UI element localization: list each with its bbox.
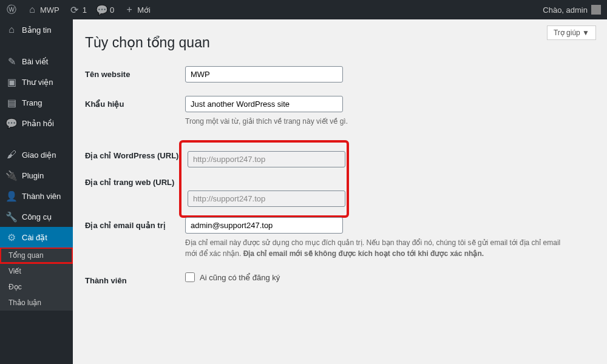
label-tagline: Khẩu hiệu xyxy=(85,96,185,109)
sidebar-item-label: Bảng tin xyxy=(22,25,51,35)
greeting-text: Chào, admin xyxy=(543,5,588,15)
membership-checkbox-row[interactable]: Ai cũng có thể đăng ký xyxy=(185,272,595,282)
sidebar-item-label: Công cụ xyxy=(22,212,52,221)
sidebar-item-appearance[interactable]: 🖌Giao diện xyxy=(0,144,73,165)
gear-icon: ⚙ xyxy=(6,232,17,243)
row-tagline: Khẩu hiệu Trong một vài từ, giải thích v… xyxy=(85,96,595,127)
sidebar-item-users[interactable]: 👤Thành viên xyxy=(0,186,73,206)
pin-icon: ✎ xyxy=(6,56,17,67)
label-membership: Thành viên xyxy=(85,272,185,285)
updates-icon: ⟳ xyxy=(69,4,80,15)
admin-email-desc: Địa chỉ email này được sử dụng cho mục đ… xyxy=(185,237,574,259)
admin-topbar: ⓦ ⌂ MWP ⟳ 1 💬 0 + Mới Chào, admin xyxy=(0,0,607,19)
membership-checkbox-label: Ai cũng có thể đăng ký xyxy=(200,273,280,282)
sidebar-item-media[interactable]: ▣Thư viện xyxy=(0,72,73,92)
admin-sidebar: ⌂Bảng tin ✎Bài viết ▣Thư viện ▤Trang 💬Ph… xyxy=(0,19,73,364)
label-site-url: Địa chỉ trang web (URL) xyxy=(85,174,185,187)
sidebar-item-label: Thư viện xyxy=(22,78,53,87)
sidebar-sub-general[interactable]: Tổng quan xyxy=(0,248,73,263)
comment-icon: 💬 xyxy=(97,4,107,15)
sidebar-sub-label: Thảo luận xyxy=(8,298,41,307)
user-icon: 👤 xyxy=(6,190,17,201)
label-admin-email: Địa chỉ email quản trị xyxy=(85,217,185,230)
content-area: Trợ giúp ▼ Tùy chọn tổng quan Tên websit… xyxy=(73,19,607,364)
site-home-link[interactable]: ⌂ MWP xyxy=(27,4,59,15)
site-url-input[interactable] xyxy=(188,190,345,207)
plugin-icon: 🔌 xyxy=(6,170,17,181)
sidebar-sub-label: Viết xyxy=(8,267,21,275)
sidebar-item-label: Plugin xyxy=(22,171,44,180)
label-site-title: Tên website xyxy=(85,66,185,79)
admin-email-input[interactable] xyxy=(185,217,343,234)
sidebar-item-posts[interactable]: ✎Bài viết xyxy=(0,51,73,72)
sidebar-sub-reading[interactable]: Đọc xyxy=(0,279,73,295)
comments-link[interactable]: 💬 0 xyxy=(97,4,114,15)
comment-icon: 💬 xyxy=(6,118,17,129)
comments-count: 0 xyxy=(110,5,114,15)
row-admin-email: Địa chỉ email quản trị Địa chỉ email này… xyxy=(85,217,595,259)
sidebar-item-tools[interactable]: 🔧Công cụ xyxy=(0,206,73,227)
label-wp-url: Địa chỉ WordPress (URL) xyxy=(85,140,185,160)
updates-count: 1 xyxy=(83,5,87,15)
wp-url-input[interactable] xyxy=(188,151,345,167)
wp-logo[interactable]: ⓦ xyxy=(6,4,17,15)
tagline-desc: Trong một vài từ, giải thích về trang nà… xyxy=(185,116,574,127)
sidebar-item-plugins[interactable]: 🔌Plugin xyxy=(0,165,73,186)
row-membership: Thành viên Ai cũng có thể đăng ký xyxy=(85,272,595,285)
brush-icon: 🖌 xyxy=(6,149,17,160)
home-icon: ⌂ xyxy=(27,4,38,15)
new-label: Mới xyxy=(137,5,151,15)
sidebar-sub-label: Tổng quan xyxy=(8,251,44,260)
sidebar-item-label: Cài đặt xyxy=(22,233,47,242)
row-site-title: Tên website xyxy=(85,66,595,83)
sidebar-item-label: Thành viên xyxy=(22,192,61,201)
sidebar-sub-discussion[interactable]: Thảo luận xyxy=(0,295,73,311)
sidebar-item-settings[interactable]: ⚙Cài đặt xyxy=(0,227,73,248)
site-name: MWP xyxy=(40,5,59,15)
sidebar-item-dashboard[interactable]: ⌂Bảng tin xyxy=(0,19,73,40)
avatar xyxy=(591,5,601,15)
wordpress-icon: ⓦ xyxy=(6,4,17,15)
wrench-icon: 🔧 xyxy=(6,211,17,222)
sidebar-item-label: Trang xyxy=(22,98,42,107)
sidebar-item-label: Phản hồi xyxy=(22,119,54,128)
updates-link[interactable]: ⟳ 1 xyxy=(69,4,87,15)
sidebar-item-label: Giao diện xyxy=(22,150,56,160)
site-title-input[interactable] xyxy=(185,66,343,83)
membership-checkbox[interactable] xyxy=(185,272,195,282)
url-highlight-box xyxy=(179,140,349,218)
topbar-right[interactable]: Chào, admin xyxy=(543,5,601,15)
sidebar-sub-label: Đọc xyxy=(8,283,22,291)
page-icon: ▤ xyxy=(6,97,17,108)
topbar-left: ⓦ ⌂ MWP ⟳ 1 💬 0 + Mới xyxy=(6,4,151,15)
sidebar-item-label: Bài viết xyxy=(22,57,48,66)
sidebar-item-pages[interactable]: ▤Trang xyxy=(0,92,73,113)
dashboard-icon: ⌂ xyxy=(6,24,17,35)
plus-icon: + xyxy=(124,4,135,15)
help-button[interactable]: Trợ giúp ▼ xyxy=(547,25,596,40)
sidebar-sub-writing[interactable]: Viết xyxy=(0,263,73,279)
tagline-input[interactable] xyxy=(185,96,343,112)
media-icon: ▣ xyxy=(6,76,17,87)
page-title: Tùy chọn tổng quan xyxy=(85,35,595,51)
new-content-link[interactable]: + Mới xyxy=(124,4,151,15)
sidebar-item-comments[interactable]: 💬Phản hồi xyxy=(0,113,73,133)
